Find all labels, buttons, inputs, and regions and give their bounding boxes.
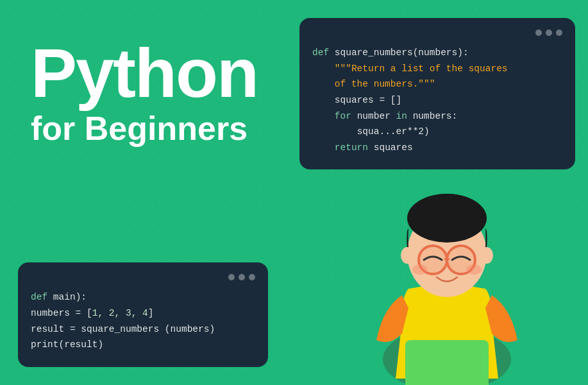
character-illustration bbox=[344, 141, 550, 385]
dot-3 bbox=[556, 30, 562, 36]
code-b-line-3: result = square_numbers (numbers) bbox=[31, 321, 255, 338]
dot-b-2 bbox=[239, 274, 245, 280]
code-card-top: def square_numbers(numbers): """Return a… bbox=[299, 18, 575, 169]
svg-point-6 bbox=[412, 194, 482, 232]
dot-1 bbox=[535, 30, 542, 36]
dot-b-1 bbox=[228, 274, 235, 280]
dot-2 bbox=[546, 30, 552, 36]
svg-point-7 bbox=[401, 247, 414, 264]
main-title: Python bbox=[31, 38, 258, 108]
code-line-3: of the numbers.""" bbox=[312, 76, 562, 92]
background: Python for Beginners def square_numbers(… bbox=[0, 0, 588, 385]
code-b-line-4: print(result) bbox=[31, 337, 255, 353]
card-dots-top bbox=[312, 30, 562, 36]
svg-point-15 bbox=[412, 264, 428, 275]
code-b-line-2: numbers = [1, 2, 3, 4] bbox=[31, 305, 255, 321]
code-line-4: squares = [] bbox=[312, 92, 562, 108]
code-line-5: for number in numbers: bbox=[312, 108, 562, 124]
title-block: Python for Beginners bbox=[31, 38, 258, 147]
code-card-bottom: def main): numbers = [1, 2, 3, 4] result… bbox=[18, 262, 268, 367]
code-line-7: return squares bbox=[312, 140, 562, 156]
character-svg bbox=[344, 141, 550, 385]
svg-point-8 bbox=[480, 247, 493, 264]
svg-point-16 bbox=[466, 264, 482, 275]
code-content-top: def square_numbers(numbers): """Return a… bbox=[312, 45, 562, 155]
subtitle: for Beginners bbox=[31, 110, 258, 147]
svg-rect-1 bbox=[405, 340, 489, 385]
code-line-6: squa...er**2) bbox=[312, 124, 562, 140]
code-content-bottom: def main): numbers = [1, 2, 3, 4] result… bbox=[31, 289, 255, 353]
dot-b-3 bbox=[249, 274, 255, 280]
card-dots-bottom bbox=[31, 274, 255, 280]
code-line-1: def square_numbers(numbers): bbox=[312, 45, 562, 61]
code-line-2: """Return a list of the squares bbox=[312, 61, 562, 77]
code-b-line-1: def main): bbox=[31, 289, 255, 305]
